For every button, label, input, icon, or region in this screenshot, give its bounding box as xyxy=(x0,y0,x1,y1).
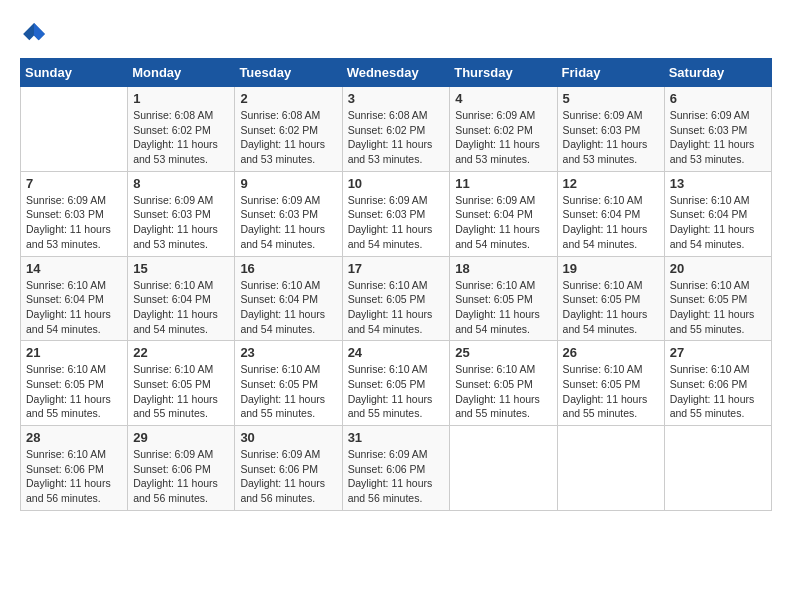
calendar-cell: 20Sunrise: 6:10 AMSunset: 6:05 PMDayligh… xyxy=(664,256,771,341)
calendar-cell: 6Sunrise: 6:09 AMSunset: 6:03 PMDaylight… xyxy=(664,87,771,172)
week-row-2: 7Sunrise: 6:09 AMSunset: 6:03 PMDaylight… xyxy=(21,171,772,256)
header-thursday: Thursday xyxy=(450,59,557,87)
calendar-cell: 16Sunrise: 6:10 AMSunset: 6:04 PMDayligh… xyxy=(235,256,342,341)
day-info: Sunrise: 6:10 AMSunset: 6:04 PMDaylight:… xyxy=(670,193,766,252)
calendar-cell: 14Sunrise: 6:10 AMSunset: 6:04 PMDayligh… xyxy=(21,256,128,341)
day-info: Sunrise: 6:09 AMSunset: 6:02 PMDaylight:… xyxy=(455,108,551,167)
calendar-cell: 8Sunrise: 6:09 AMSunset: 6:03 PMDaylight… xyxy=(128,171,235,256)
day-number: 18 xyxy=(455,261,551,276)
calendar-cell: 27Sunrise: 6:10 AMSunset: 6:06 PMDayligh… xyxy=(664,341,771,426)
day-info: Sunrise: 6:10 AMSunset: 6:05 PMDaylight:… xyxy=(348,362,445,421)
day-number: 7 xyxy=(26,176,122,191)
header-monday: Monday xyxy=(128,59,235,87)
calendar-cell: 28Sunrise: 6:10 AMSunset: 6:06 PMDayligh… xyxy=(21,426,128,511)
day-number: 2 xyxy=(240,91,336,106)
calendar-cell xyxy=(450,426,557,511)
day-number: 15 xyxy=(133,261,229,276)
day-number: 21 xyxy=(26,345,122,360)
calendar-cell: 19Sunrise: 6:10 AMSunset: 6:05 PMDayligh… xyxy=(557,256,664,341)
day-info: Sunrise: 6:09 AMSunset: 6:03 PMDaylight:… xyxy=(133,193,229,252)
calendar-cell: 4Sunrise: 6:09 AMSunset: 6:02 PMDaylight… xyxy=(450,87,557,172)
day-info: Sunrise: 6:10 AMSunset: 6:05 PMDaylight:… xyxy=(133,362,229,421)
day-number: 28 xyxy=(26,430,122,445)
calendar-cell xyxy=(21,87,128,172)
calendar-cell: 21Sunrise: 6:10 AMSunset: 6:05 PMDayligh… xyxy=(21,341,128,426)
header-friday: Friday xyxy=(557,59,664,87)
calendar-cell: 30Sunrise: 6:09 AMSunset: 6:06 PMDayligh… xyxy=(235,426,342,511)
logo-icon xyxy=(20,20,48,48)
calendar-cell: 5Sunrise: 6:09 AMSunset: 6:03 PMDaylight… xyxy=(557,87,664,172)
day-number: 13 xyxy=(670,176,766,191)
day-number: 22 xyxy=(133,345,229,360)
calendar-cell: 26Sunrise: 6:10 AMSunset: 6:05 PMDayligh… xyxy=(557,341,664,426)
day-number: 1 xyxy=(133,91,229,106)
day-number: 9 xyxy=(240,176,336,191)
day-number: 31 xyxy=(348,430,445,445)
day-number: 8 xyxy=(133,176,229,191)
day-number: 25 xyxy=(455,345,551,360)
day-number: 17 xyxy=(348,261,445,276)
day-number: 3 xyxy=(348,91,445,106)
calendar-cell: 15Sunrise: 6:10 AMSunset: 6:04 PMDayligh… xyxy=(128,256,235,341)
day-info: Sunrise: 6:10 AMSunset: 6:05 PMDaylight:… xyxy=(348,278,445,337)
calendar-cell: 18Sunrise: 6:10 AMSunset: 6:05 PMDayligh… xyxy=(450,256,557,341)
calendar-cell: 31Sunrise: 6:09 AMSunset: 6:06 PMDayligh… xyxy=(342,426,450,511)
calendar-cell: 17Sunrise: 6:10 AMSunset: 6:05 PMDayligh… xyxy=(342,256,450,341)
day-info: Sunrise: 6:09 AMSunset: 6:03 PMDaylight:… xyxy=(670,108,766,167)
day-info: Sunrise: 6:09 AMSunset: 6:03 PMDaylight:… xyxy=(26,193,122,252)
day-number: 10 xyxy=(348,176,445,191)
header-tuesday: Tuesday xyxy=(235,59,342,87)
day-number: 24 xyxy=(348,345,445,360)
week-row-3: 14Sunrise: 6:10 AMSunset: 6:04 PMDayligh… xyxy=(21,256,772,341)
header-saturday: Saturday xyxy=(664,59,771,87)
logo xyxy=(20,20,52,48)
day-info: Sunrise: 6:10 AMSunset: 6:05 PMDaylight:… xyxy=(240,362,336,421)
calendar-table: SundayMondayTuesdayWednesdayThursdayFrid… xyxy=(20,58,772,511)
calendar-cell: 22Sunrise: 6:10 AMSunset: 6:05 PMDayligh… xyxy=(128,341,235,426)
day-info: Sunrise: 6:10 AMSunset: 6:04 PMDaylight:… xyxy=(26,278,122,337)
calendar-cell xyxy=(664,426,771,511)
calendar-cell xyxy=(557,426,664,511)
calendar-cell: 23Sunrise: 6:10 AMSunset: 6:05 PMDayligh… xyxy=(235,341,342,426)
calendar-cell: 29Sunrise: 6:09 AMSunset: 6:06 PMDayligh… xyxy=(128,426,235,511)
day-info: Sunrise: 6:10 AMSunset: 6:05 PMDaylight:… xyxy=(455,362,551,421)
day-info: Sunrise: 6:08 AMSunset: 6:02 PMDaylight:… xyxy=(133,108,229,167)
day-number: 12 xyxy=(563,176,659,191)
page-header xyxy=(20,20,772,48)
calendar-cell: 1Sunrise: 6:08 AMSunset: 6:02 PMDaylight… xyxy=(128,87,235,172)
calendar-cell: 13Sunrise: 6:10 AMSunset: 6:04 PMDayligh… xyxy=(664,171,771,256)
calendar-cell: 11Sunrise: 6:09 AMSunset: 6:04 PMDayligh… xyxy=(450,171,557,256)
day-info: Sunrise: 6:09 AMSunset: 6:03 PMDaylight:… xyxy=(348,193,445,252)
day-number: 14 xyxy=(26,261,122,276)
calendar-cell: 9Sunrise: 6:09 AMSunset: 6:03 PMDaylight… xyxy=(235,171,342,256)
day-info: Sunrise: 6:09 AMSunset: 6:06 PMDaylight:… xyxy=(348,447,445,506)
day-info: Sunrise: 6:09 AMSunset: 6:06 PMDaylight:… xyxy=(240,447,336,506)
day-number: 6 xyxy=(670,91,766,106)
day-number: 11 xyxy=(455,176,551,191)
header-sunday: Sunday xyxy=(21,59,128,87)
day-info: Sunrise: 6:10 AMSunset: 6:04 PMDaylight:… xyxy=(133,278,229,337)
week-row-4: 21Sunrise: 6:10 AMSunset: 6:05 PMDayligh… xyxy=(21,341,772,426)
day-number: 26 xyxy=(563,345,659,360)
day-number: 27 xyxy=(670,345,766,360)
calendar-cell: 3Sunrise: 6:08 AMSunset: 6:02 PMDaylight… xyxy=(342,87,450,172)
day-number: 16 xyxy=(240,261,336,276)
day-info: Sunrise: 6:10 AMSunset: 6:05 PMDaylight:… xyxy=(563,362,659,421)
day-number: 23 xyxy=(240,345,336,360)
calendar-cell: 10Sunrise: 6:09 AMSunset: 6:03 PMDayligh… xyxy=(342,171,450,256)
day-number: 30 xyxy=(240,430,336,445)
header-wednesday: Wednesday xyxy=(342,59,450,87)
day-info: Sunrise: 6:10 AMSunset: 6:06 PMDaylight:… xyxy=(670,362,766,421)
day-info: Sunrise: 6:10 AMSunset: 6:05 PMDaylight:… xyxy=(26,362,122,421)
calendar-cell: 2Sunrise: 6:08 AMSunset: 6:02 PMDaylight… xyxy=(235,87,342,172)
calendar-header-row: SundayMondayTuesdayWednesdayThursdayFrid… xyxy=(21,59,772,87)
day-info: Sunrise: 6:10 AMSunset: 6:05 PMDaylight:… xyxy=(455,278,551,337)
day-info: Sunrise: 6:10 AMSunset: 6:06 PMDaylight:… xyxy=(26,447,122,506)
day-info: Sunrise: 6:08 AMSunset: 6:02 PMDaylight:… xyxy=(348,108,445,167)
day-number: 4 xyxy=(455,91,551,106)
day-info: Sunrise: 6:09 AMSunset: 6:04 PMDaylight:… xyxy=(455,193,551,252)
day-info: Sunrise: 6:10 AMSunset: 6:04 PMDaylight:… xyxy=(563,193,659,252)
week-row-1: 1Sunrise: 6:08 AMSunset: 6:02 PMDaylight… xyxy=(21,87,772,172)
day-info: Sunrise: 6:10 AMSunset: 6:04 PMDaylight:… xyxy=(240,278,336,337)
calendar-cell: 24Sunrise: 6:10 AMSunset: 6:05 PMDayligh… xyxy=(342,341,450,426)
